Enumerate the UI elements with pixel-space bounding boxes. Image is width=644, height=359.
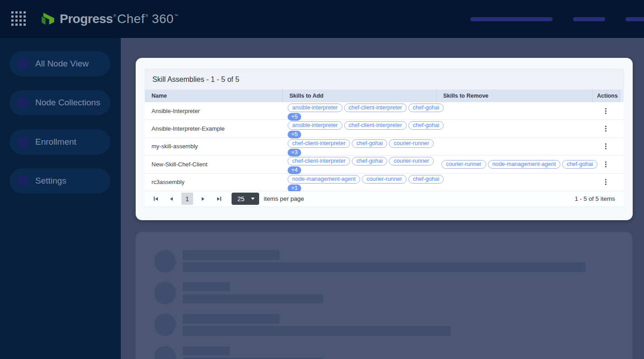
nav-item-icon (18, 175, 28, 186)
skill-chip: ansible-interpreter (288, 104, 342, 112)
app-header: Progress ® Chef ® 360 ™ (0, 0, 644, 38)
kebab-menu-icon[interactable] (605, 128, 606, 129)
sidebar-item-enrollment[interactable]: Enrollment (9, 129, 110, 155)
table-row: rc3assembly node-management-agent courie… (145, 174, 624, 191)
skills-to-remove-cell: courier-runner node-management-agent che… (436, 156, 592, 173)
nav-placeholder-bar (470, 17, 553, 21)
skeleton-bar (183, 294, 323, 303)
skill-chip: courier-runner (362, 175, 407, 184)
skills-to-add-cell: ansible-interpreter chef-client-interpre… (282, 120, 436, 137)
header-scrollbar-spacer (620, 90, 624, 102)
skill-chip: ansible-interpreter (288, 121, 342, 130)
table-row: Ansible-Interpreter-Example ansible-inte… (145, 120, 624, 137)
items-per-page-label: items per page (264, 195, 304, 202)
skill-chip: node-management-agent (488, 160, 560, 169)
column-header-actions: Actions (592, 90, 620, 102)
column-header-name[interactable]: Name (145, 90, 282, 102)
grid-title: Skill Assemblies - 1 - 5 of 5 (145, 69, 624, 90)
page-size-value: 25 (237, 195, 251, 203)
skill-chip: courier-runner (389, 157, 434, 165)
skills-to-remove-cell (436, 120, 592, 137)
previous-page-button[interactable] (166, 194, 176, 204)
skill-chip: chef-gohai (352, 157, 387, 165)
skeleton-bar (183, 346, 230, 355)
skeleton-bar (183, 250, 279, 260)
skeleton-avatar (154, 346, 176, 359)
loading-skeleton-card (136, 232, 632, 359)
next-page-button[interactable] (198, 194, 208, 204)
sidebar-item-label: Node Collections (35, 98, 100, 108)
last-page-button[interactable] (214, 194, 224, 204)
nav-placeholder-bar (573, 17, 605, 21)
skills-to-add-cell: chef-client-interpreter chef-gohai couri… (282, 138, 436, 155)
nav-item-icon (18, 97, 28, 108)
chevron-down-icon (251, 198, 255, 200)
sidebar-item-settings[interactable]: Settings (9, 168, 110, 194)
skill-chip: chef-client-interpreter (288, 157, 350, 165)
first-page-button[interactable] (151, 194, 161, 204)
skills-to-add-cell: chef-client-interpreter chef-gohai couri… (282, 156, 436, 173)
sidebar-item-node-collections[interactable]: Node Collections (9, 90, 110, 115)
table-row: Ansible-Interpreter ansible-interpreter … (145, 102, 624, 120)
skeleton-avatar (154, 282, 176, 304)
skill-assemblies-grid: Skill Assemblies - 1 - 5 of 5 Name Skill… (145, 69, 624, 207)
main-content: Skill Assemblies - 1 - 5 of 5 Name Skill… (121, 38, 644, 359)
skill-chip: courier-runner (441, 160, 486, 169)
skills-to-add-cell: node-management-agent courier-runner che… (282, 174, 436, 191)
assembly-name: New-Skill-Chef-Client (145, 156, 282, 173)
assembly-name: my-skill-assembly (145, 138, 282, 155)
skill-assemblies-card: Skill Assemblies - 1 - 5 of 5 Name Skill… (136, 58, 633, 220)
sidebar: All Node View Node Collections Enrollmen… (0, 38, 121, 359)
current-page-button[interactable]: 1 (181, 193, 193, 205)
pager-range-label: 1 - 5 of 5 items (575, 195, 615, 202)
nav-item-icon (18, 58, 28, 69)
grid-header-row: Name Skills to Add Skills to Remove Acti… (145, 90, 624, 102)
sidebar-item-label: Settings (35, 176, 66, 186)
table-row: my-skill-assembly chef-client-interprete… (145, 138, 624, 156)
nav-item-icon (18, 137, 28, 147)
skill-chip: chef-client-interpreter (344, 121, 407, 130)
sidebar-item-all-node-view[interactable]: All Node View (9, 51, 110, 76)
nav-placeholder-bar (625, 17, 644, 21)
grid-pager: 1 25 items per page 1 - 5 of 5 items (145, 191, 624, 207)
column-header-skills-to-remove[interactable]: Skills to Remove (436, 90, 592, 102)
header-nav-placeholders (0, 17, 644, 21)
skills-to-add-cell: ansible-interpreter chef-client-interpre… (282, 102, 436, 119)
sidebar-item-label: All Node View (35, 59, 89, 69)
page-size-select[interactable]: 25 (232, 193, 259, 205)
kebab-menu-icon[interactable] (605, 146, 606, 147)
skill-chip: node-management-agent (288, 175, 360, 184)
table-row: New-Skill-Chef-Client chef-client-interp… (145, 156, 624, 173)
assembly-name: Ansible-Interpreter (145, 102, 282, 119)
skeleton-bar (183, 314, 279, 324)
skeleton-avatar (154, 250, 176, 273)
skeleton-avatar (154, 313, 176, 336)
skill-chip: chef-client-interpreter (288, 139, 350, 148)
sidebar-item-label: Enrollment (35, 137, 76, 147)
previous-page-icon (170, 197, 173, 201)
skills-to-remove-cell (436, 102, 592, 119)
next-page-icon (202, 197, 204, 201)
skeleton-bar (183, 326, 450, 336)
kebab-menu-icon[interactable] (605, 110, 606, 112)
skill-chip: courier-runner (389, 139, 434, 148)
assembly-name: rc3assembly (145, 174, 282, 191)
kebab-menu-icon[interactable] (605, 164, 606, 165)
skills-to-remove-cell (436, 138, 592, 155)
kebab-menu-icon[interactable] (605, 181, 606, 183)
first-page-icon (155, 197, 158, 201)
skill-chip: chef-gohai (352, 139, 387, 148)
column-header-skills-to-add[interactable]: Skills to Add (282, 90, 436, 102)
skills-to-remove-cell (436, 174, 592, 191)
skeleton-bar (183, 262, 586, 272)
skill-chip: chef-client-interpreter (344, 104, 407, 112)
skeleton-bar (183, 282, 230, 291)
last-page-icon (217, 197, 220, 201)
assembly-name: Ansible-Interpreter-Example (145, 120, 282, 137)
